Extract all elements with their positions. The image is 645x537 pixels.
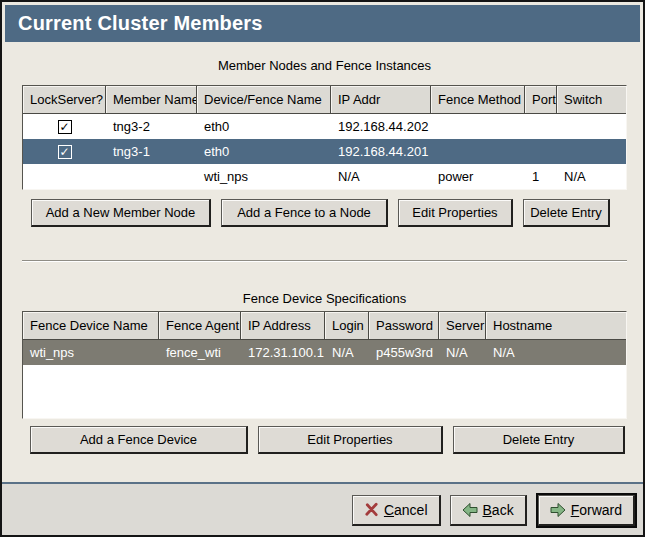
switch-cell: N/A: [557, 164, 626, 189]
member-table-header: LockServer? Member Name Device/Fence Nam…: [23, 86, 626, 114]
check-icon: ✓: [59, 121, 69, 133]
member-name-cell: tng3-2: [106, 114, 197, 139]
column-header-fence-device-name[interactable]: Fence Device Name: [23, 312, 159, 340]
cancel-button-label: Cancel: [384, 502, 428, 518]
column-header-member-name[interactable]: Member Name: [106, 86, 197, 114]
port-cell: [525, 114, 557, 139]
fence-table-actions: Add a Fence Device Edit Properties Delet…: [30, 426, 627, 454]
ip-address-cell: 172.31.100.1: [241, 340, 325, 365]
empty-table-area: [23, 365, 626, 418]
lockserver-cell: ✓: [23, 139, 106, 164]
lockserver-cell: [23, 164, 106, 189]
column-header-device-fence-name[interactable]: Device/Fence Name: [197, 86, 331, 114]
checkbox-checked[interactable]: ✓: [58, 120, 72, 134]
back-button[interactable]: Back: [450, 495, 527, 526]
column-header-login[interactable]: Login: [325, 312, 369, 340]
column-header-server[interactable]: Server: [439, 312, 486, 340]
forward-button[interactable]: Forward: [538, 495, 635, 526]
table-row-selected[interactable]: ✓ tng3-1 eth0 192.168.44.201: [23, 139, 626, 164]
arrow-left-icon: [462, 502, 478, 518]
page-title: Current Cluster Members: [5, 5, 640, 42]
add-member-node-button[interactable]: Add a New Member Node: [31, 199, 211, 227]
fence-device-table: Fence Device Name Fence Agent IP Address…: [22, 311, 627, 419]
cancel-x-icon: [364, 502, 379, 517]
member-table-actions: Add a New Member Node Add a Fence to a N…: [31, 199, 627, 227]
arrow-right-icon: [550, 502, 566, 518]
login-cell: N/A: [325, 340, 369, 365]
switch-cell: [557, 114, 626, 139]
member-table-caption: Member Nodes and Fence Instances: [22, 58, 627, 73]
fence-table-header: Fence Device Name Fence Agent IP Address…: [23, 312, 626, 340]
column-header-fence-agent[interactable]: Fence Agent: [159, 312, 241, 340]
fence-method-cell: [431, 114, 525, 139]
ip-addr-cell: 192.168.44.202: [331, 114, 431, 139]
password-cell: p455w3rd: [369, 340, 439, 365]
add-fence-to-node-button[interactable]: Add a Fence to a Node: [221, 199, 388, 227]
hostname-cell: N/A: [486, 340, 626, 365]
cluster-members-dialog: Current Cluster Members Member Nodes and…: [0, 0, 645, 537]
delete-entry-button[interactable]: Delete Entry: [523, 199, 610, 227]
column-header-password[interactable]: Password: [369, 312, 439, 340]
device-fence-name-cell: wti_nps: [197, 164, 331, 189]
fence-method-cell: [431, 139, 525, 164]
table-row-selected[interactable]: wti_nps fence_wti 172.31.100.1 N/A p455w…: [23, 340, 626, 365]
edit-properties-button[interactable]: Edit Properties: [398, 199, 513, 227]
section-separator: [22, 260, 627, 262]
port-cell: [525, 139, 557, 164]
column-header-hostname[interactable]: Hostname: [486, 312, 626, 340]
column-header-fence-method[interactable]: Fence Method: [431, 86, 525, 114]
table-row[interactable]: wti_nps N/A power 1 N/A: [23, 164, 626, 189]
edit-properties-button[interactable]: Edit Properties: [258, 426, 443, 454]
forward-button-label: Forward: [571, 502, 622, 518]
fence-table-caption: Fence Device Specifications: [22, 291, 627, 306]
device-fence-name-cell: eth0: [197, 139, 331, 164]
member-name-cell: tng3-1: [106, 139, 197, 164]
lockserver-cell: ✓: [23, 114, 106, 139]
device-fence-name-cell: eth0: [197, 114, 331, 139]
server-cell: N/A: [439, 340, 486, 365]
column-header-ip-address[interactable]: IP Address: [241, 312, 325, 340]
delete-entry-button[interactable]: Delete Entry: [453, 426, 625, 454]
fence-device-name-cell: wti_nps: [23, 340, 159, 365]
switch-cell: [557, 139, 626, 164]
member-name-cell: [106, 164, 197, 189]
port-cell: 1: [525, 164, 557, 189]
column-header-switch[interactable]: Switch: [557, 86, 626, 114]
cancel-button[interactable]: Cancel: [352, 495, 441, 526]
member-table: LockServer? Member Name Device/Fence Nam…: [22, 85, 627, 190]
fence-method-cell: power: [431, 164, 525, 189]
column-header-port[interactable]: Port: [525, 86, 557, 114]
ip-addr-cell: N/A: [331, 164, 431, 189]
table-row[interactable]: ✓ tng3-2 eth0 192.168.44.202: [23, 114, 626, 139]
check-icon: ✓: [59, 146, 69, 158]
ip-addr-cell: 192.168.44.201: [331, 139, 431, 164]
add-fence-device-button[interactable]: Add a Fence Device: [30, 426, 248, 454]
fence-agent-cell: fence_wti: [159, 340, 241, 365]
action-bar: Cancel Back Forward: [2, 484, 643, 536]
column-header-ip-addr[interactable]: IP Addr: [331, 86, 431, 114]
column-header-lockserver[interactable]: LockServer?: [23, 86, 106, 114]
checkbox-checked[interactable]: ✓: [58, 145, 72, 159]
back-button-label: Back: [483, 502, 514, 518]
